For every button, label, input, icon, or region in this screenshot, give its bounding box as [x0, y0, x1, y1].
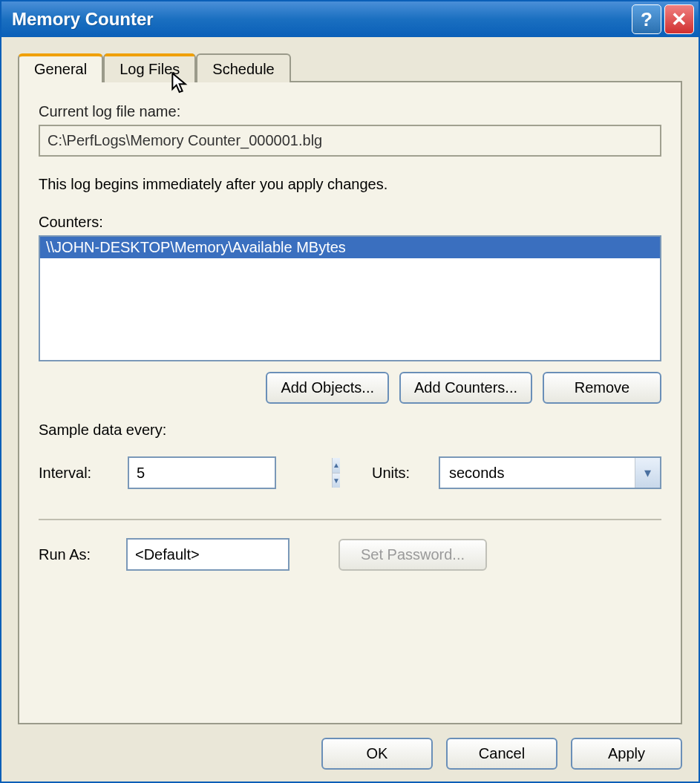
interval-input[interactable]: [129, 458, 332, 488]
current-log-label: Current log file name:: [39, 103, 661, 120]
spin-down-button[interactable]: ▼: [333, 474, 340, 488]
add-counters-button[interactable]: Add Counters...: [399, 372, 532, 404]
tab-schedule[interactable]: Schedule: [196, 53, 290, 82]
interval-row: Interval: ▲ ▼ Units: seconds ▾: [39, 456, 661, 489]
apply-button[interactable]: Apply: [571, 738, 682, 770]
runas-input[interactable]: [126, 538, 290, 571]
remove-button[interactable]: Remove: [543, 372, 661, 404]
counters-label: Counters:: [39, 214, 661, 231]
interval-spinner[interactable]: ▲ ▼: [128, 456, 276, 489]
client-area: General Log Files Schedule Current log f…: [1, 37, 699, 782]
window-title: Memory Counter: [12, 9, 629, 30]
ok-button[interactable]: OK: [321, 738, 433, 770]
spin-up-button[interactable]: ▲: [333, 458, 340, 474]
chevron-up-icon: ▲: [333, 461, 340, 469]
question-icon: ?: [641, 8, 652, 31]
current-log-value: C:\PerfLogs\Memory Counter_000001.blg: [39, 125, 661, 157]
runas-row: Run As: Set Password...: [39, 538, 661, 571]
close-button[interactable]: ✕: [664, 4, 694, 34]
spinner-buttons: ▲ ▼: [332, 458, 340, 488]
tab-label: General: [34, 61, 87, 77]
divider: [39, 519, 661, 520]
tab-general[interactable]: General: [18, 53, 103, 82]
dropdown-arrow[interactable]: ▾: [635, 458, 660, 488]
set-password-button: Set Password...: [338, 539, 487, 571]
runas-label: Run As:: [39, 546, 113, 563]
units-select[interactable]: seconds ▾: [439, 456, 661, 489]
dialog-window: Memory Counter ? ✕ General Log Files Sch…: [0, 0, 700, 783]
chevron-down-icon: ▼: [333, 476, 340, 485]
add-objects-button[interactable]: Add Objects...: [266, 372, 389, 404]
interval-label: Interval:: [39, 465, 113, 482]
titlebar: Memory Counter ? ✕: [1, 1, 699, 37]
cancel-button[interactable]: Cancel: [446, 738, 557, 770]
tabstrip: General Log Files Schedule: [18, 53, 682, 82]
tab-label: Log Files: [120, 61, 180, 77]
counters-listbox[interactable]: \\JOHN-DESKTOP\Memory\Available MBytes: [39, 235, 661, 361]
tab-panel-general: Current log file name: C:\PerfLogs\Memor…: [18, 81, 682, 724]
list-item[interactable]: \\JOHN-DESKTOP\Memory\Available MBytes: [40, 237, 660, 258]
info-text: This log begins immediately after you ap…: [39, 176, 661, 193]
help-button[interactable]: ?: [632, 4, 661, 34]
tab-label: Schedule: [212, 61, 274, 77]
close-icon: ✕: [671, 8, 687, 31]
sample-label: Sample data every:: [39, 422, 661, 439]
units-label: Units:: [372, 465, 424, 482]
chevron-down-icon: ▾: [644, 465, 651, 481]
units-value: seconds: [440, 465, 635, 482]
dialog-button-row: OK Cancel Apply: [18, 738, 682, 770]
counter-buttons-row: Add Objects... Add Counters... Remove: [39, 372, 661, 404]
tab-log-files[interactable]: Log Files: [103, 53, 196, 82]
